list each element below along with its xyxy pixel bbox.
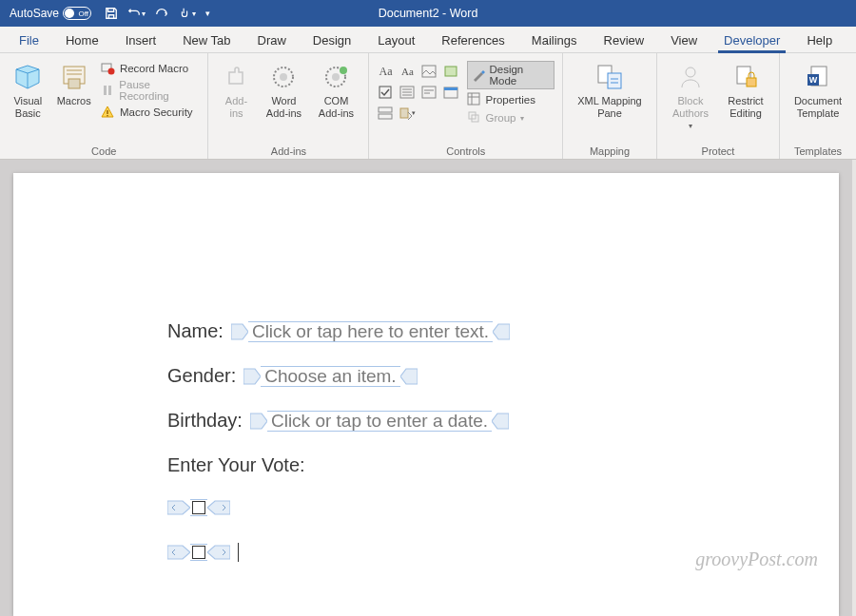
group-label-controls: Controls	[377, 143, 554, 159]
svg-rect-22	[400, 108, 408, 118]
gender-content-control[interactable]: Choose an item.	[243, 366, 417, 387]
tab-view[interactable]: View	[657, 29, 710, 52]
design-mode-button[interactable]: Design Mode	[467, 61, 554, 89]
svg-rect-4	[104, 86, 107, 95]
birthday-label: Birthday:	[167, 410, 243, 432]
autosave-toggle[interactable]: Off	[63, 7, 91, 20]
svg-point-9	[280, 73, 287, 81]
group-protect: Block Authors ▾ Restrict Editing Protect	[657, 53, 780, 159]
group-label-protect: Protect	[665, 143, 771, 159]
undo-button[interactable]: ▾	[127, 7, 146, 20]
macros-button[interactable]: Macros	[52, 57, 96, 143]
rich-text-control-icon[interactable]: Aa	[377, 63, 394, 80]
tab-layout[interactable]: Layout	[364, 29, 428, 52]
title-bar: AutoSave Off ▾ ▾ ▾ Document2 - Word	[0, 0, 856, 27]
com-addins-button[interactable]: COM Add-ins	[311, 57, 360, 143]
svg-rect-1	[68, 79, 80, 88]
design-mode-icon	[472, 68, 485, 82]
autosave-label: AutoSave	[10, 7, 59, 20]
group-mapping: XML Mapping Pane Mapping	[563, 53, 657, 159]
block-authors-icon	[674, 61, 707, 93]
page[interactable]: Name: Click or tap here to enter text. G…	[13, 173, 839, 616]
vertical-scrollbar[interactable]	[852, 160, 856, 616]
svg-rect-17	[422, 87, 436, 98]
legacy-tools-icon[interactable]: ▾	[399, 105, 416, 122]
birthday-content-control[interactable]: Click or tap to enter a date.	[250, 411, 509, 432]
tab-design[interactable]: Design	[300, 29, 364, 52]
repeating-section-control-icon[interactable]	[377, 105, 394, 122]
svg-point-28	[686, 67, 695, 77]
tab-insert[interactable]: Insert	[112, 29, 170, 52]
record-macro-button[interactable]: Record Macro	[100, 61, 201, 76]
dropdown-control-icon[interactable]	[420, 84, 438, 101]
watermark: groovyPost.com	[695, 549, 818, 570]
group-label-code: Code	[8, 143, 200, 159]
date-picker-control-icon[interactable]	[442, 84, 459, 101]
visual-basic-icon	[11, 61, 44, 93]
svg-rect-19	[444, 87, 457, 90]
restrict-editing-button[interactable]: Restrict Editing	[720, 57, 771, 143]
tab-mailings[interactable]: Mailings	[518, 29, 591, 52]
plain-text-control-icon[interactable]: Aa	[399, 63, 416, 80]
tab-developer[interactable]: Developer	[710, 29, 793, 52]
svg-point-11	[332, 73, 340, 81]
group-controls: Aa Aa ▾ Design	[369, 53, 563, 159]
vote-checkbox-1[interactable]	[167, 499, 230, 516]
svg-point-3	[107, 68, 114, 75]
birthday-placeholder: Click or tap to enter a date.	[267, 411, 492, 432]
field-gender-row: Gender: Choose an item.	[167, 365, 839, 387]
macro-security-button[interactable]: Macro Security	[100, 105, 201, 120]
tab-file[interactable]: File	[6, 29, 52, 52]
quick-access-toolbar: ▾ ▾ ▾	[105, 7, 210, 20]
svg-text:W: W	[809, 75, 818, 85]
svg-rect-6	[107, 110, 107, 114]
svg-rect-21	[379, 114, 392, 119]
building-block-control-icon[interactable]	[442, 63, 459, 80]
xml-mapping-button[interactable]: XML Mapping Pane	[571, 57, 649, 143]
tab-home[interactable]: Home	[52, 29, 112, 52]
tab-draw[interactable]: Draw	[244, 29, 300, 52]
combobox-control-icon[interactable]	[399, 84, 416, 101]
block-authors-button: Block Authors ▾	[665, 57, 716, 143]
group-templates: W Document Template Templates	[780, 53, 856, 159]
restrict-editing-icon	[730, 61, 762, 93]
text-cursor	[238, 543, 239, 562]
properties-icon	[467, 92, 480, 107]
pause-icon	[100, 83, 114, 98]
picture-control-icon[interactable]	[420, 63, 438, 80]
warning-icon	[100, 105, 115, 120]
svg-rect-13	[422, 66, 436, 77]
name-content-control[interactable]: Click or tap here to enter text.	[231, 321, 510, 342]
svg-rect-14	[445, 67, 457, 76]
svg-rect-5	[108, 86, 111, 95]
group-code: Visual Basic Macros Record Macro Pause R…	[0, 53, 208, 159]
pause-recording-button: Pause Recording	[100, 79, 201, 102]
svg-rect-23	[468, 93, 479, 105]
record-macro-icon	[100, 61, 115, 76]
gender-placeholder: Choose an item.	[261, 366, 399, 387]
word-addins-button[interactable]: Word Add-ins	[260, 57, 307, 143]
vote-label-row: Enter Your Vote:	[167, 454, 839, 476]
field-birthday-row: Birthday: Click or tap to enter a date.	[167, 410, 839, 432]
tab-new-tab[interactable]: New Tab	[169, 29, 243, 52]
checkbox-control-icon[interactable]	[377, 84, 394, 101]
touch-mode-button[interactable]: ▾	[178, 7, 196, 20]
group-label-addins: Add-ins	[216, 143, 360, 159]
group-icon	[467, 110, 480, 125]
document-template-button[interactable]: W Document Template	[788, 57, 848, 143]
visual-basic-button[interactable]: Visual Basic	[8, 57, 49, 143]
tab-review[interactable]: Review	[591, 29, 658, 52]
tab-help[interactable]: Help	[793, 29, 846, 52]
vote-label: Enter Your Vote:	[167, 454, 305, 476]
tab-references[interactable]: References	[428, 29, 517, 52]
vote-checkbox-2[interactable]	[167, 544, 230, 561]
properties-button[interactable]: Properties	[467, 92, 554, 107]
customize-qat-button[interactable]: ▾	[205, 9, 210, 18]
group-label-mapping: Mapping	[571, 143, 649, 159]
document-template-icon: W	[802, 61, 834, 93]
group-label-templates: Templates	[788, 143, 848, 159]
redo-button[interactable]	[155, 7, 168, 20]
save-icon[interactable]	[105, 7, 118, 20]
svg-rect-7	[107, 115, 107, 116]
document-area: Name: Click or tap here to enter text. G…	[0, 160, 852, 616]
